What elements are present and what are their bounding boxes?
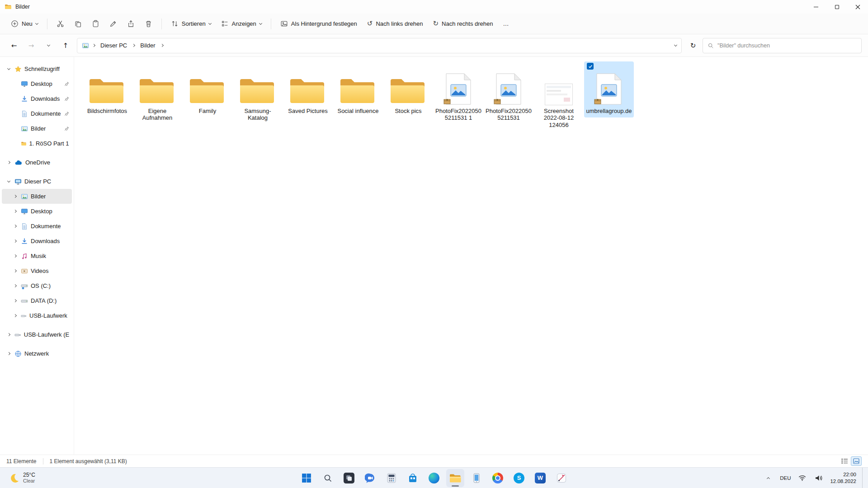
sidebar-item-bilder[interactable]: Bilder — [2, 189, 72, 204]
chevron-right-icon — [13, 299, 16, 302]
paste-button[interactable] — [87, 16, 104, 32]
image-file-tile[interactable]: Screenshot 2022-08-12 124056 — [534, 61, 584, 131]
weather-widget[interactable]: 25°C Clear — [5, 468, 39, 488]
start-button[interactable] — [297, 469, 316, 487]
image-file-tile[interactable]: PhotoFix20220505211531 — [484, 61, 533, 125]
search-button[interactable] — [319, 469, 337, 487]
sidebar-item-dieser-pc[interactable]: Dieser PC — [2, 174, 72, 189]
volume-button[interactable] — [813, 471, 824, 485]
sidebar-item-downloads-pinned[interactable]: Downloads — [2, 91, 72, 106]
refresh-button[interactable]: ↻ — [685, 38, 701, 53]
view-button[interactable]: Anzeigen — [217, 16, 266, 32]
folder-tile[interactable]: Samsung-Katalog — [233, 61, 283, 125]
sidebar-item-dokumente[interactable]: Dokumente — [2, 219, 72, 234]
sidebar-item-bilder-pinned[interactable]: Bilder — [2, 121, 72, 136]
address-dropdown-icon[interactable] — [674, 43, 677, 46]
folder-tile[interactable]: Family — [183, 61, 232, 117]
chevron-right-icon — [7, 333, 10, 336]
rotate-left-button[interactable]: ↺ Nach links drehen — [363, 16, 428, 32]
address-bar[interactable]: Dieser PC Bilder — [77, 38, 682, 53]
tray-time: 22:00 — [830, 471, 856, 478]
sort-button[interactable]: Sortieren — [166, 16, 216, 32]
more-options-button[interactable]: … — [498, 16, 513, 32]
snipping-tool-button[interactable] — [552, 469, 571, 487]
keyboard-language-button[interactable]: DEU — [780, 475, 791, 481]
edge-button[interactable] — [425, 469, 443, 487]
share-button[interactable] — [123, 16, 139, 32]
skype-button[interactable]: S — [510, 469, 528, 487]
calculator-button[interactable] — [382, 469, 401, 487]
image-file-tile[interactable]: PhotoFix20220505211531 1 — [434, 61, 483, 125]
folder-tile[interactable]: Bildschirmfotos — [82, 61, 132, 117]
copy-icon — [74, 20, 82, 28]
new-button[interactable]: Neu — [6, 16, 42, 32]
rotate-left-icon: ↺ — [367, 20, 373, 27]
chat-button[interactable] — [361, 469, 379, 487]
thumbnail-view-toggle[interactable] — [851, 456, 862, 466]
delete-button[interactable] — [140, 16, 157, 32]
back-button[interactable]: ← — [6, 38, 22, 53]
sidebar-item-desktop-pinned[interactable]: Desktop — [2, 76, 72, 91]
phone-link-button[interactable] — [467, 469, 486, 487]
up-button[interactable]: ↑ — [58, 38, 73, 53]
store-button[interactable] — [404, 469, 422, 487]
pictures-icon — [21, 125, 28, 132]
sidebar-item-os-c[interactable]: OS (C:) — [2, 278, 72, 293]
chevron-right-icon — [160, 44, 163, 47]
file-list-area[interactable]: Bildschirmfotos Eigene Aufnahmen Family … — [74, 57, 868, 455]
folder-tile[interactable]: Social influence — [333, 61, 383, 117]
sidebar-item-musik[interactable]: Musik — [2, 249, 72, 263]
file-explorer-button[interactable] — [446, 469, 464, 487]
sidebar-item-usb-root[interactable]: USB-Laufwerk (E:) — [2, 327, 72, 342]
sidebar-item-videos[interactable]: Videos — [2, 263, 72, 278]
set-wallpaper-button[interactable]: Als Hintergrund festlegen — [276, 16, 362, 32]
folder-tile[interactable]: Saved Pictures — [283, 61, 333, 117]
chevron-right-icon — [13, 314, 16, 317]
cut-button[interactable] — [52, 16, 69, 32]
breadcrumb-dieser-pc[interactable]: Dieser PC — [99, 41, 129, 50]
sidebar-item-dokumente-pinned[interactable]: Dokumente — [2, 106, 72, 121]
image-file-tile-selected[interactable]: umbrellagroup.de — [584, 61, 634, 117]
chevron-right-icon — [13, 225, 16, 228]
close-icon — [855, 5, 860, 9]
sidebar-item-netzwerk[interactable]: Netzwerk — [2, 346, 72, 361]
show-desktop-button[interactable] — [862, 468, 864, 488]
sidebar-item-data-d[interactable]: DATA (D:) — [2, 293, 72, 308]
wifi-button[interactable] — [797, 471, 807, 485]
close-button[interactable] — [847, 0, 868, 14]
sidebar-item-usb-e[interactable]: USB-Laufwerk (E:) — [2, 308, 72, 323]
sidebar-item-onedrive[interactable]: OneDrive — [2, 155, 72, 170]
taskbar-apps: S W — [297, 468, 571, 488]
folder-icon — [138, 76, 176, 105]
breadcrumb-bilder[interactable]: Bilder — [138, 41, 157, 50]
folder-tile[interactable]: Stock pics — [383, 61, 433, 117]
copy-button[interactable] — [70, 16, 86, 32]
chevron-right-icon — [7, 352, 10, 355]
rename-button[interactable] — [105, 16, 122, 32]
recent-locations-button[interactable] — [41, 38, 56, 53]
maximize-button[interactable] — [826, 0, 847, 14]
search-box[interactable] — [703, 38, 862, 53]
hidden-icons-button[interactable] — [762, 471, 774, 485]
sidebar-item-downloads[interactable]: Downloads — [2, 234, 72, 249]
address-row: ← → ↑ Dieser PC Bilder ↻ — [0, 34, 868, 57]
rotate-right-button[interactable]: ↻ Nach rechts drehen — [428, 16, 497, 32]
details-view-toggle[interactable] — [839, 456, 850, 466]
folder-tile[interactable]: Eigene Aufnahmen — [132, 61, 182, 125]
word-button[interactable]: W — [531, 469, 549, 487]
file-name: Stock pics — [395, 108, 421, 114]
task-view-button[interactable] — [340, 469, 358, 487]
windows-logo-icon — [302, 473, 311, 483]
folder-icon — [88, 76, 126, 105]
file-name: Eigene Aufnahmen — [134, 108, 180, 122]
forward-button[interactable]: → — [24, 38, 39, 53]
toolbar-separator — [161, 19, 162, 29]
store-icon — [407, 473, 418, 483]
sidebar-item-desktop[interactable]: Desktop — [2, 204, 72, 219]
chrome-button[interactable] — [489, 469, 507, 487]
sidebar-item-roeso-folder[interactable]: 1. RöSO Part 1 Scri — [2, 136, 72, 151]
minimize-button[interactable] — [806, 0, 826, 14]
clock[interactable]: 22:00 12.08.2022 — [830, 471, 856, 485]
sidebar-item-schnellzugriff[interactable]: Schnellzugriff — [2, 61, 72, 76]
search-input[interactable] — [717, 42, 857, 49]
